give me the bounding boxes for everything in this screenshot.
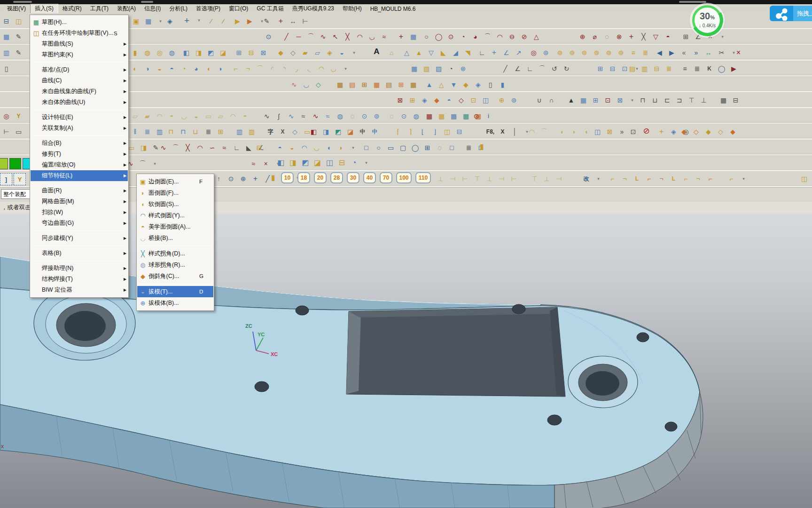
toolbar-icon[interactable]: ↑: [213, 173, 224, 184]
toolbar-icon[interactable]: »: [617, 126, 627, 137]
toolbar-icon[interactable]: ▤: [347, 79, 358, 90]
toolbar-icon[interactable]: ◍: [411, 111, 422, 122]
toolbar-icon[interactable]: ✎: [261, 16, 272, 27]
dropdown-arrow-icon[interactable]: ▾: [738, 173, 749, 184]
toolbar-icon[interactable]: ≈: [322, 111, 333, 122]
toolbar-icon[interactable]: ▱: [312, 47, 323, 58]
toolbar-icon[interactable]: ◠: [316, 63, 327, 74]
toolbar-icon[interactable]: ◡: [367, 31, 377, 42]
insert-menu-item[interactable]: 来自曲线集的曲线(F)▶: [31, 86, 128, 97]
toolbar-icon[interactable]: ⊤: [472, 173, 483, 184]
toolbar-icon[interactable]: ∪: [534, 95, 545, 106]
toolbar-icon[interactable]: ⊥: [541, 173, 552, 184]
toolbar-icon[interactable]: ◪: [345, 126, 356, 137]
toolbar-icon[interactable]: ⌐: [726, 173, 737, 184]
toolbar-icon[interactable]: ▥: [1, 47, 12, 58]
menubar-item[interactable]: 信息(I): [140, 4, 165, 13]
toolbar-icon[interactable]: ⊠: [615, 95, 625, 106]
radius-preset-button[interactable]: 18: [297, 172, 310, 183]
toolbar-icon[interactable]: ⊙: [445, 31, 456, 42]
toolbar-icon[interactable]: ⊚: [371, 111, 382, 122]
toolbar-icon[interactable]: ⊓: [165, 126, 176, 137]
toolbar-icon[interactable]: +: [626, 31, 637, 42]
radius-preset-button[interactable]: 20: [314, 172, 327, 183]
toolbar-icon[interactable]: ▮: [497, 79, 508, 90]
toolbar-icon[interactable]: ∿: [318, 31, 328, 42]
toolbar-icon[interactable]: ↺: [549, 63, 560, 74]
toolbar-icon[interactable]: ◔: [349, 157, 359, 168]
toolbar-icon[interactable]: +: [489, 47, 500, 58]
toolbar-icon[interactable]: ▦: [371, 79, 382, 90]
toolbar-icon[interactable]: ◖: [581, 126, 592, 137]
toolbar-icon[interactable]: ⊓: [178, 126, 188, 137]
toolbar-icon[interactable]: ◨: [320, 126, 331, 137]
toolbar-icon[interactable]: ⊚: [554, 47, 565, 58]
toolbar-icon[interactable]: ⊟: [1, 16, 12, 27]
toolbar-icon[interactable]: ⊤: [686, 95, 697, 106]
toolbar-icon[interactable]: ◕: [191, 63, 202, 74]
toolbar-icon[interactable]: ◡: [311, 142, 322, 153]
toolbar-icon[interactable]: ✂: [716, 47, 727, 58]
toolbar-icon[interactable]: ◒: [191, 111, 202, 122]
menubar-item[interactable]: 装配(A): [113, 4, 140, 13]
toolbar-icon[interactable]: ◓: [240, 111, 250, 122]
menubar-item[interactable]: 格式(R): [58, 4, 86, 13]
detail-submenu-item[interactable]: ╳样式拐角(D)...: [137, 248, 213, 259]
radius-preset-button[interactable]: 70: [380, 172, 392, 183]
toolbar-icon[interactable]: ◒: [287, 142, 297, 153]
menubar-item[interactable]: 工具(T): [86, 4, 113, 13]
toolbar-text-button[interactable]: Y: [13, 111, 24, 122]
toolbar-icon[interactable]: ▶: [232, 16, 243, 27]
toolbar-icon[interactable]: ▮: [130, 47, 141, 58]
toolbar-icon[interactable]: ◀: [654, 47, 665, 58]
toolbar-icon[interactable]: ×: [733, 47, 744, 58]
toolbar-icon[interactable]: ⊢: [460, 173, 470, 184]
radius-preset-button[interactable]: 40: [363, 172, 376, 183]
toolbar-text-button[interactable]: F8,: [485, 126, 496, 137]
toolbar-icon[interactable]: ◠: [526, 126, 537, 137]
toolbar-icon[interactable]: ▯: [1, 63, 12, 74]
toolbar-icon[interactable]: ≈: [248, 158, 259, 169]
toolbar-icon[interactable]: ⊚: [591, 47, 602, 58]
toolbar-icon[interactable]: ⌒: [539, 126, 549, 137]
toolbar-icon[interactable]: ¬: [693, 173, 703, 184]
toolbar-icon[interactable]: ◧: [308, 126, 319, 137]
toolbar-icon[interactable]: ◌: [347, 111, 358, 122]
toolbar-icon[interactable]: ⊞: [680, 31, 691, 42]
toolbar-icon[interactable]: ⊞: [234, 47, 244, 58]
toolbar-icon[interactable]: ⊟: [651, 63, 662, 74]
toolbar-icon[interactable]: △: [531, 31, 542, 42]
toolbar-icon[interactable]: ⌐: [680, 173, 691, 184]
toolbar-icon[interactable]: ▼: [448, 79, 459, 90]
toolbar-text-button[interactable]: 中: [369, 126, 380, 137]
radius-preset-button[interactable]: 10: [281, 172, 294, 183]
color-swatch[interactable]: [9, 158, 21, 169]
toolbar-icon[interactable]: ▱: [215, 111, 226, 122]
toolbar-icon[interactable]: ◩: [300, 157, 311, 168]
toolbar-icon[interactable]: ▽: [650, 31, 661, 42]
toolbar-icon[interactable]: ▶: [244, 16, 255, 27]
toolbar-icon[interactable]: ◆: [703, 126, 714, 137]
toolbar-icon[interactable]: ⊞: [396, 79, 406, 90]
toolbar-icon[interactable]: ‖: [130, 126, 141, 137]
toolbar-icon[interactable]: ◇: [456, 95, 467, 106]
toolbar-icon[interactable]: ¬: [619, 173, 630, 184]
toolbar-icon[interactable]: ◎: [1, 111, 12, 122]
insert-menu-item[interactable]: 基准/点(D)▶: [31, 64, 128, 75]
toolbar-icon[interactable]: ≡: [628, 47, 639, 58]
toolbar-icon[interactable]: ⊟: [454, 126, 465, 137]
insert-menu-item[interactable]: 扫掠(W)▶: [31, 207, 128, 218]
toolbar-icon[interactable]: ◪: [312, 157, 323, 168]
insert-menu-item[interactable]: 表格(B)▶: [31, 248, 128, 259]
toolbar-icon[interactable]: ⊖: [507, 31, 517, 42]
toolbar-icon[interactable]: ◗: [215, 63, 226, 74]
toolbar-icon[interactable]: ◓: [166, 111, 177, 122]
toolbar-icon[interactable]: ◆: [431, 95, 442, 106]
toolbar-icon[interactable]: ◠: [154, 111, 165, 122]
toolbar-icon[interactable]: ⊠: [258, 47, 269, 58]
toolbar-icon[interactable]: ∽: [207, 142, 218, 153]
toolbar-icon[interactable]: ◎: [154, 47, 165, 58]
toolbar-icon[interactable]: ⊙: [471, 111, 482, 122]
toolbar-icon[interactable]: ⊘: [641, 125, 652, 136]
toolbar-icon[interactable]: ▦: [408, 79, 419, 90]
